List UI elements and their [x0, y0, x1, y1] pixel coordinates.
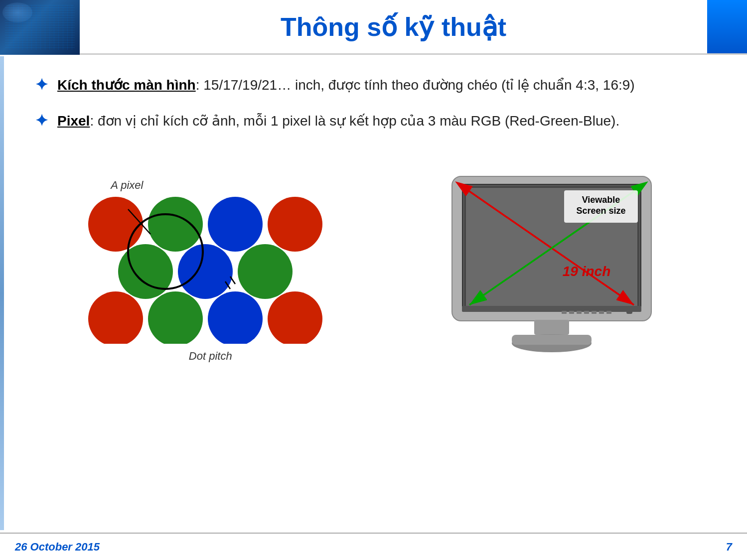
svg-text:Screen size: Screen size [576, 206, 625, 216]
svg-point-7 [88, 291, 143, 344]
svg-rect-22 [512, 335, 592, 345]
svg-point-1 [148, 197, 203, 252]
pixel-label-top: A pixel [111, 179, 340, 192]
header-title-area: Thông số kỹ thuật [80, 0, 707, 53]
pixel-diagram: A pixel Dot pitch [81, 179, 340, 363]
images-section: A pixel Dot pitch [0, 161, 747, 373]
svg-point-2 [208, 197, 263, 252]
bullet-item-2: ✦ Pixel: đơn vị chỉ kích cỡ ảnh, mỗi 1 p… [35, 111, 717, 132]
keyword-1: Kích thước màn hình [57, 77, 196, 93]
main-content: ✦ Kích thước màn hình: 15/17/19/21… inch… [0, 55, 747, 156]
svg-point-0 [88, 197, 143, 252]
bullet-cross-1: ✦ [35, 75, 48, 96]
keyword-2: Pixel [57, 113, 90, 129]
svg-rect-20 [534, 320, 569, 335]
pixel-svg [86, 194, 335, 344]
svg-rect-27 [584, 311, 589, 314]
svg-point-6 [238, 244, 293, 299]
svg-rect-29 [599, 311, 604, 314]
bullet-item-1: ✦ Kích thước màn hình: 15/17/19/21… inch… [35, 75, 717, 96]
header: Thông số kỹ thuật [0, 0, 747, 55]
svg-text:19 inch: 19 inch [563, 264, 610, 279]
svg-rect-23 [462, 306, 641, 312]
svg-point-3 [268, 197, 322, 252]
svg-point-10 [268, 291, 322, 344]
svg-rect-24 [562, 311, 567, 314]
page-title: Thông số kỹ thuật [281, 12, 506, 42]
svg-text:Viewable: Viewable [582, 195, 620, 205]
svg-point-5 [178, 244, 233, 299]
svg-rect-26 [577, 311, 582, 314]
bullet-text-1: Kích thước màn hình: 15/17/19/21… inch, … [57, 75, 635, 96]
header-right-accent [707, 0, 747, 53]
svg-rect-25 [569, 311, 574, 314]
footer-date: 26 October 2015 [15, 541, 100, 554]
svg-point-8 [148, 291, 203, 344]
monitor-diagram: Viewable Screen size 19 inch [432, 171, 671, 363]
bullet-body-2: : đơn vị chỉ kích cỡ ảnh, mỗi 1 pixel là… [90, 113, 619, 129]
svg-rect-28 [592, 311, 597, 314]
bullet-text-2: Pixel: đơn vị chỉ kích cỡ ảnh, mỗi 1 pix… [57, 111, 619, 132]
bullet-body-1: : 15/17/19/21… inch, được tính theo đườn… [196, 77, 635, 93]
svg-point-4 [118, 244, 173, 299]
svg-point-9 [208, 291, 263, 344]
footer-page: 7 [726, 541, 732, 554]
footer: 26 October 2015 7 [0, 533, 747, 560]
svg-rect-30 [606, 311, 611, 314]
monitor-svg: Viewable Screen size 19 inch [437, 171, 666, 361]
svg-rect-31 [626, 311, 632, 314]
pixel-label-bottom: Dot pitch [81, 350, 340, 363]
header-image [0, 0, 80, 55]
bullet-cross-2: ✦ [35, 111, 48, 132]
